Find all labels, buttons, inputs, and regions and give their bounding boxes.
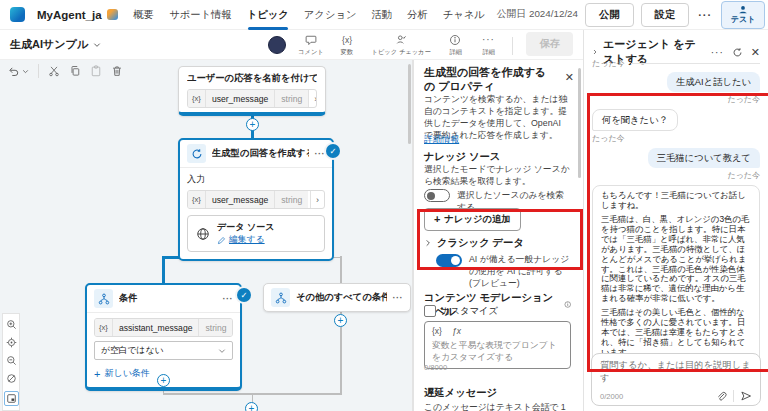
agent-icon <box>107 9 118 20</box>
variable-type: string <box>198 319 232 336</box>
chevron-right-icon[interactable]: › <box>232 319 233 336</box>
copy-button[interactable] <box>69 65 81 77</box>
paste-button[interactable] <box>90 65 102 77</box>
variable-chip[interactable]: {x} user_message string › <box>187 190 325 209</box>
plus-icon: + <box>94 368 100 380</box>
trash-icon <box>111 65 123 77</box>
delete-button[interactable] <box>111 65 123 77</box>
search-only-toggle[interactable] <box>424 189 450 202</box>
new-condition-label: 新しい条件 <box>104 367 149 380</box>
topic-name: 生成AIサンプル <box>10 37 88 52</box>
datasource-label: データ ソース <box>217 221 274 234</box>
properties-panel: 生成型の回答を作成する の プロパティ ✕ コンテンツを検索するか、または独自の… <box>413 60 583 411</box>
variables-button[interactable]: {x} 変数 <box>336 34 358 57</box>
divider <box>38 64 39 78</box>
condition-operator-select[interactable]: が空白ではない <box>94 341 233 360</box>
variable-chip[interactable]: {x} user_message string › <box>187 89 317 108</box>
presence-avatar[interactable] <box>268 36 286 54</box>
scissors-icon <box>48 65 60 77</box>
save-button[interactable]: 保存 <box>526 32 573 56</box>
topic-name-dropdown[interactable]: 生成AIサンプル <box>10 37 101 52</box>
variable-name: assistant_message <box>113 319 199 336</box>
undo-button[interactable] <box>7 65 29 78</box>
tab-channels[interactable]: チャネル <box>443 0 485 30</box>
paperclip-icon[interactable] <box>716 391 727 402</box>
chat-transcript[interactable]: たった今 生成AIと話したい たった今 何を聞きたい？ たった今 三毛猫について… <box>584 54 768 373</box>
close-properties-button[interactable]: ✕ <box>565 70 574 85</box>
copilot-studio-logo-icon <box>10 7 25 22</box>
connector-line <box>162 256 165 284</box>
chevron-right-icon <box>424 239 432 247</box>
cut-button[interactable] <box>48 65 60 77</box>
authoring-canvas[interactable]: + + + + ユーザーの応答を名前を付けて保存 {x} user_messag… <box>0 60 413 411</box>
classic-data-section[interactable]: クラシック データ <box>424 236 571 250</box>
minimap-button[interactable] <box>4 391 19 406</box>
settings-button[interactable]: 設定 <box>641 3 690 27</box>
node-more-icon[interactable]: ··· <box>223 294 234 304</box>
tab-topics[interactable]: トピック <box>247 0 289 30</box>
comment-button[interactable]: コメント <box>297 34 325 57</box>
general-knowledge-toggle-label: AI が備える一般ナレッジの使用を AI に許可する (プレビュー) <box>469 254 571 290</box>
formula-icon[interactable]: ƒx <box>452 326 461 337</box>
learn-more-link[interactable]: 詳細情報 <box>424 134 571 146</box>
details-label: 詳細 <box>449 47 462 56</box>
customize-checkbox[interactable] <box>424 305 436 317</box>
topic-bar: 生成AIサンプル コメント {x} 変数 トピック チェッカー 詳細 ··· <box>0 30 583 60</box>
tab-support[interactable]: サポート情報 <box>169 0 232 30</box>
copy-icon <box>69 65 81 77</box>
edit-datasource-link[interactable]: 編集する <box>217 234 274 246</box>
variables-icon: {x} <box>342 34 352 46</box>
operator-value: が空白ではない <box>101 345 164 357</box>
node-save-variable[interactable]: ユーザーの応答を名前を付けて保存 {x} user_message string… <box>178 66 326 116</box>
add-node-button[interactable]: + <box>246 118 259 131</box>
add-node-button[interactable]: + <box>157 374 170 387</box>
properties-scrollbar[interactable] <box>578 68 581 178</box>
message-time: たった今 <box>592 94 760 105</box>
divider <box>631 63 760 64</box>
tab-analytics[interactable]: 分析 <box>407 0 428 30</box>
test-button-label: テスト <box>731 14 756 25</box>
chat-input-placeholder: 質問するか、または目的を説明します <box>600 359 752 385</box>
publish-button[interactable]: 公開 <box>585 3 634 27</box>
edit-link-label: 編集する <box>229 234 265 246</box>
zoom-in-button[interactable] <box>6 319 17 330</box>
message-time: たった今 <box>592 133 760 144</box>
more-tools-button[interactable]: ··· 詳細 <box>477 34 499 57</box>
topic-checker-button[interactable]: トピック チェッカー <box>369 34 433 57</box>
zoom-out-button[interactable] <box>6 355 17 366</box>
datasource-box[interactable]: データ ソース 編集する <box>187 215 325 252</box>
details-button[interactable]: 詳細 <box>444 34 466 57</box>
variables-label: 変数 <box>341 47 354 56</box>
connector-line <box>340 327 342 394</box>
customize-checkbox-row[interactable]: カスタマイズ <box>424 305 571 318</box>
variable-chip[interactable]: {x} assistant_message string › <box>94 318 233 337</box>
node-more-icon[interactable]: ··· <box>315 149 326 159</box>
canvas-scrollbar[interactable] <box>408 64 411 144</box>
variables-icon[interactable]: {x} <box>432 326 442 337</box>
tab-activity[interactable]: 活動 <box>372 0 393 30</box>
chat-input[interactable]: 質問するか、または目的を説明します 0/2000 <box>591 353 761 406</box>
add-node-button[interactable]: + <box>245 402 258 411</box>
appbar-more-icon[interactable]: ··· <box>696 9 714 21</box>
tab-overview[interactable]: 概要 <box>134 0 155 30</box>
comment-label: コメント <box>298 47 324 56</box>
node-all-other-conditions[interactable]: その他のすべての条件 ··· <box>263 283 411 312</box>
variable-icon: {x} <box>95 319 113 336</box>
chat-message-bot: 何を聞きたい？ <box>592 109 678 131</box>
chevron-right-icon[interactable]: › <box>308 90 317 107</box>
chevron-right-icon[interactable]: › <box>310 191 324 208</box>
add-knowledge-button[interactable]: + ナレッジの追加 <box>424 208 521 231</box>
node-generative-answers[interactable]: ✓ 生成型の回答を作成する ··· 入力 {x} user_message st… <box>178 138 334 261</box>
center-canvas-button[interactable] <box>6 337 17 348</box>
test-button[interactable]: テスト <box>721 1 765 29</box>
general-knowledge-toggle[interactable] <box>436 254 462 267</box>
variable-name: user_message <box>206 90 274 107</box>
delay-heading: 遅延メッセージ <box>424 386 571 400</box>
send-icon[interactable] <box>740 390 752 402</box>
prompt-input[interactable]: {x} ƒx 変数と平易な表現でプロンプトをカスタマイズする <box>424 321 571 369</box>
node-more-icon[interactable]: ··· <box>393 293 404 303</box>
pencil-icon <box>217 236 226 245</box>
reset-zoom-button[interactable] <box>6 373 17 384</box>
tab-actions[interactable]: アクション <box>304 0 357 30</box>
add-node-button[interactable]: + <box>334 314 347 327</box>
